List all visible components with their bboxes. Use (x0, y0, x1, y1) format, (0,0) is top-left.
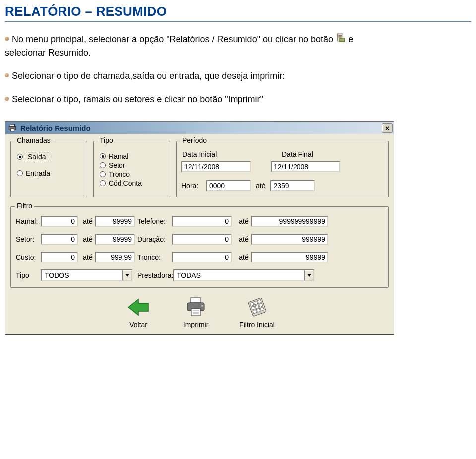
select-tipo-value: TODOS (45, 271, 122, 279)
instruction-text-1a: No menu principal, selecionar a opção "R… (12, 33, 333, 46)
label-ate: até (237, 217, 251, 225)
svg-rect-26 (257, 308, 261, 312)
instruction-text-3: Selecionar o tipo, ramais ou setores e c… (12, 93, 263, 106)
voltar-button[interactable]: Voltar (124, 296, 152, 328)
chevron-down-icon (122, 270, 131, 280)
input-setor-de[interactable] (41, 234, 78, 245)
svg-marker-10 (128, 299, 148, 315)
svg-rect-19 (250, 302, 254, 306)
label-ramal: Ramal: (16, 217, 41, 225)
group-tipo: Tipo Ramal Setor Tronco (93, 141, 170, 197)
legend-tipo: Tipo (98, 136, 115, 144)
report-icon (336, 33, 345, 42)
instruction-text-1-cont: selecionar Resumido. (5, 46, 471, 60)
label-prestadora: Prestadora: (137, 271, 173, 279)
svg-rect-5 (10, 124, 15, 127)
svg-rect-22 (252, 306, 256, 310)
label-setor: Setor: (16, 235, 41, 243)
bullet-icon (5, 37, 9, 41)
input-duracao-ate[interactable] (251, 234, 328, 245)
title-rule (5, 21, 471, 22)
radio-label-tronco: Tronco (109, 170, 130, 178)
svg-rect-27 (260, 307, 264, 311)
legend-chamadas: Chamadas (15, 136, 53, 144)
input-data-inicial[interactable] (181, 161, 251, 172)
radio-saida[interactable]: Saída (17, 152, 81, 161)
select-tipo[interactable]: TODOS (41, 269, 132, 281)
radio-dot-icon (100, 180, 106, 186)
input-custo-de[interactable] (41, 252, 78, 262)
input-tronco-de[interactable] (172, 252, 232, 262)
instruction-text-2: Selecionar o tipo de chamada,saída ou en… (12, 69, 285, 83)
input-setor-ate[interactable] (95, 234, 135, 245)
bullet-icon (5, 97, 9, 101)
legend-periodo: Período (180, 136, 209, 144)
label-telefone: Telefone: (137, 217, 172, 225)
input-duracao-de[interactable] (172, 234, 232, 245)
label-custo: Custo: (16, 253, 41, 261)
voltar-label: Voltar (129, 321, 147, 328)
label-data-final: Data Final (282, 150, 313, 158)
radio-ramal[interactable]: Ramal (100, 152, 164, 160)
label-ate: até (237, 253, 251, 261)
svg-rect-25 (253, 310, 257, 314)
svg-rect-23 (255, 305, 259, 309)
label-ate: até (237, 235, 251, 243)
input-ramal-ate[interactable] (95, 216, 135, 227)
filtro-inicial-button[interactable]: Filtro Inicial (239, 296, 275, 328)
svg-rect-24 (259, 303, 263, 307)
label-ate: até (80, 253, 95, 261)
input-tronco-ate[interactable] (251, 252, 328, 262)
svg-rect-4 (340, 38, 345, 42)
group-filtro: Filtro Ramal: até Telefone: até Setor: a… (10, 206, 389, 288)
radio-label-saida: Saída (26, 152, 48, 161)
keypad-icon (243, 296, 271, 319)
select-prestadora-value: TODAS (177, 271, 304, 279)
svg-rect-21 (258, 300, 262, 304)
dialog-title: Relatório Resumido (20, 124, 382, 132)
label-tipo-filtro: Tipo (16, 271, 41, 279)
imprimir-button[interactable]: Imprimir (182, 296, 210, 328)
svg-marker-8 (125, 274, 129, 277)
svg-rect-7 (11, 129, 14, 131)
input-telefone-de[interactable] (172, 216, 232, 227)
back-arrow-icon (124, 296, 152, 319)
input-ramal-de[interactable] (41, 216, 78, 227)
svg-rect-20 (254, 301, 258, 305)
input-data-final[interactable] (271, 161, 340, 172)
group-periodo: Período Data Inicial Data Final Hora: at… (176, 141, 389, 197)
radio-dot-icon (17, 154, 23, 160)
bullet-icon (5, 73, 9, 77)
input-telefone-ate[interactable] (251, 216, 328, 227)
radio-setor[interactable]: Setor (100, 161, 164, 169)
label-data-inicial: Data Inicial (182, 150, 252, 158)
dialog-relatorio-resumido: Relatório Resumido × Chamadas Saída (5, 121, 394, 335)
radio-label-entrada: Entrada (26, 169, 50, 177)
filtro-inicial-label: Filtro Inicial (239, 321, 275, 328)
radio-tronco[interactable]: Tronco (100, 170, 164, 178)
radio-label-codconta: Cód.Conta (109, 179, 142, 187)
label-ate: até (80, 235, 95, 243)
printer-icon (6, 122, 18, 134)
svg-point-13 (201, 305, 203, 307)
label-ate: até (80, 217, 95, 225)
close-button[interactable]: × (382, 123, 393, 133)
radio-codconta[interactable]: Cód.Conta (100, 179, 164, 187)
imprimir-label: Imprimir (183, 321, 209, 328)
instruction-text-1b: e (348, 33, 353, 46)
legend-filtro: Filtro (15, 202, 34, 210)
input-custo-ate[interactable] (95, 252, 135, 262)
radio-entrada[interactable]: Entrada (17, 169, 81, 177)
radio-label-ramal: Ramal (109, 152, 128, 160)
titlebar: Relatório Resumido × (5, 122, 394, 134)
radio-dot-icon (100, 171, 106, 177)
label-tronco: Tronco: (137, 253, 172, 261)
select-prestadora[interactable]: TODAS (173, 269, 314, 281)
input-hora-ini[interactable] (206, 180, 251, 191)
svg-marker-9 (307, 274, 311, 277)
label-hora: Hora: (181, 182, 201, 190)
svg-rect-11 (191, 298, 201, 303)
printer-icon (182, 296, 210, 319)
input-hora-fim[interactable] (270, 180, 315, 191)
radio-label-setor: Setor (109, 161, 125, 169)
